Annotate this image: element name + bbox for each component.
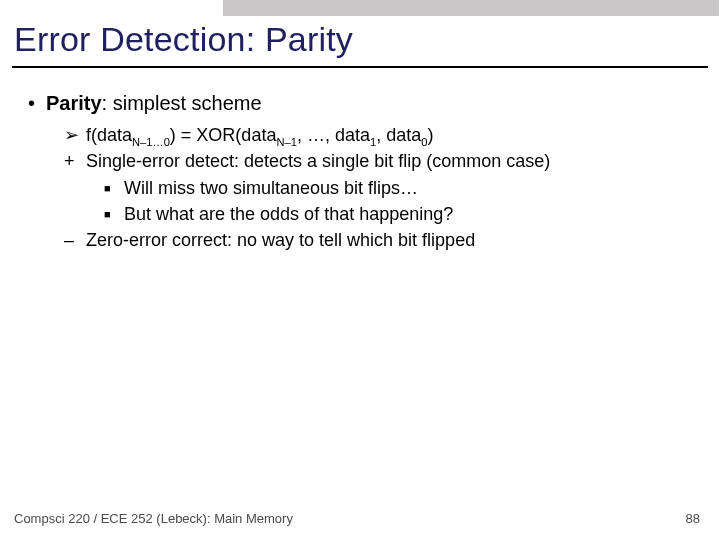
heading-rest: : simplest scheme — [102, 92, 262, 114]
minus-line: –Zero-error correct: no way to tell whic… — [64, 228, 700, 252]
formula-line: ➢f(dataN–1…0) = XOR(dataN–1, …, data1, d… — [64, 123, 700, 147]
bullet-dot: • — [28, 92, 46, 115]
square-icon: ■ — [104, 207, 124, 222]
title-underline — [12, 66, 708, 68]
header-band — [223, 0, 719, 16]
slide-body: •Parity: simplest scheme ➢f(dataN–1…0) =… — [28, 82, 700, 254]
formula-p4: , data — [376, 125, 421, 145]
minus-text: Zero-error correct: no way to tell which… — [86, 230, 475, 250]
bullet-heading: •Parity: simplest scheme — [28, 92, 700, 115]
plus-text: Single-error detect: detects a single bi… — [86, 151, 550, 171]
formula-p2: ) = XOR(data — [170, 125, 277, 145]
page-number: 88 — [686, 511, 700, 526]
slide-title: Error Detection: Parity — [14, 20, 353, 59]
footer-text: Compsci 220 / ECE 252 (Lebeck): Main Mem… — [14, 511, 293, 526]
formula-p3: , …, data — [297, 125, 370, 145]
formula-p5: ) — [427, 125, 433, 145]
square-icon: ■ — [104, 181, 124, 196]
formula-s2: N–1 — [276, 136, 296, 148]
heading-bold: Parity — [46, 92, 102, 114]
sub1-text: Will miss two simultaneous bit flips… — [124, 178, 418, 198]
plus-icon: + — [64, 149, 86, 173]
sub-line-2: ■But what are the odds of that happening… — [104, 202, 700, 226]
arrow-icon: ➢ — [64, 123, 86, 147]
sub2-text: But what are the odds of that happening? — [124, 204, 453, 224]
formula-s1: N–1…0 — [132, 136, 170, 148]
sub-line-1: ■Will miss two simultaneous bit flips… — [104, 176, 700, 200]
formula-p1: f(data — [86, 125, 132, 145]
plus-line: +Single-error detect: detects a single b… — [64, 149, 700, 173]
minus-icon: – — [64, 228, 86, 252]
